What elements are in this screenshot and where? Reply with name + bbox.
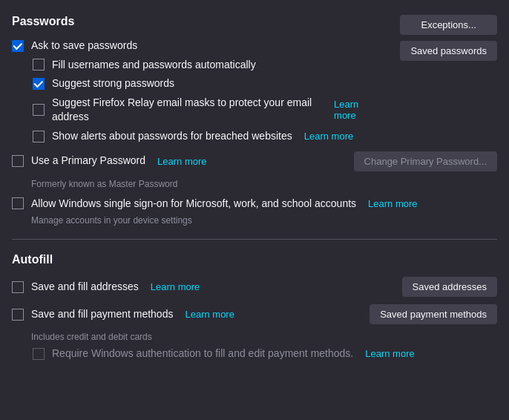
- save-addresses-learn-more[interactable]: Learn more: [151, 281, 200, 292]
- firefox-relay-learn-more[interactable]: Learn more: [334, 99, 378, 121]
- show-alerts-label[interactable]: Show alerts about passwords for breached…: [52, 129, 292, 144]
- windows-sso-checkbox[interactable]: [12, 197, 24, 209]
- windows-auth-row: Require Windows authentication to fill a…: [33, 347, 497, 361]
- windows-sso-subtext: Manage accounts in your device settings: [31, 215, 497, 226]
- firefox-relay-checkbox[interactable]: [33, 104, 45, 116]
- payment-methods-label[interactable]: Save and fill payment methods: [31, 307, 173, 322]
- saved-payment-methods-button[interactable]: Saved payment methods: [370, 304, 497, 324]
- exceptions-button[interactable]: Exceptions...: [400, 15, 497, 35]
- windows-sso-learn-more[interactable]: Learn more: [368, 198, 417, 209]
- ask-to-save-checkbox[interactable]: [12, 40, 24, 52]
- windows-sso-label[interactable]: Allow Windows single sign-on for Microso…: [31, 197, 356, 211]
- fill-auto-row: Fill usernames and passwords automatical…: [33, 58, 378, 73]
- primary-password-learn-more[interactable]: Learn more: [157, 156, 206, 167]
- suggest-strong-checkbox[interactable]: [33, 78, 45, 90]
- saved-addresses-button[interactable]: Saved addresses: [402, 277, 497, 297]
- save-addresses-label[interactable]: Save and fill addresses: [31, 280, 139, 295]
- ask-to-save-row: Ask to save passwords: [12, 39, 378, 53]
- payment-methods-subtext: Includes credit and debit cards: [31, 332, 497, 342]
- suggest-strong-row: Suggest strong passwords: [33, 76, 378, 91]
- windows-sso-row: Allow Windows single sign-on for Microso…: [12, 197, 497, 211]
- firefox-relay-row: Suggest Firefox Relay email masks to pro…: [33, 96, 378, 125]
- save-addresses-checkbox[interactable]: [12, 281, 24, 293]
- suggest-strong-label[interactable]: Suggest strong passwords: [52, 76, 174, 91]
- change-primary-password-button[interactable]: Change Primary Password...: [354, 151, 497, 171]
- primary-password-checkbox[interactable]: [12, 155, 24, 167]
- windows-auth-learn-more[interactable]: Learn more: [365, 348, 414, 359]
- windows-auth-label: Require Windows authentication to fill a…: [52, 347, 353, 361]
- payment-methods-checkbox[interactable]: [12, 309, 24, 321]
- save-addresses-row: Save and fill addresses Learn more Saved…: [12, 277, 497, 297]
- primary-password-subtext: Formerly known as Master Password: [31, 179, 497, 189]
- section-divider: [12, 239, 497, 240]
- show-alerts-checkbox[interactable]: [33, 131, 45, 142]
- show-alerts-row: Show alerts about passwords for breached…: [33, 129, 378, 144]
- windows-auth-checkbox: [33, 348, 45, 360]
- autofill-section: Autofill Save and fill addresses Learn m…: [12, 253, 497, 361]
- saved-passwords-button[interactable]: Saved passwords: [400, 41, 497, 61]
- firefox-relay-label[interactable]: Suggest Firefox Relay email masks to pro…: [52, 96, 322, 125]
- fill-auto-checkbox[interactable]: [33, 59, 45, 70]
- primary-password-label[interactable]: Use a Primary Password: [31, 154, 145, 168]
- autofill-section-title: Autofill: [12, 253, 497, 266]
- primary-password-row: Use a Primary Password Learn more Change…: [12, 151, 497, 171]
- ask-to-save-label[interactable]: Ask to save passwords: [31, 39, 137, 53]
- show-alerts-learn-more[interactable]: Learn more: [304, 131, 353, 142]
- fill-auto-label[interactable]: Fill usernames and passwords automatical…: [52, 58, 256, 73]
- payment-methods-learn-more[interactable]: Learn more: [185, 309, 234, 320]
- payment-methods-row: Save and fill payment methods Learn more…: [12, 304, 497, 324]
